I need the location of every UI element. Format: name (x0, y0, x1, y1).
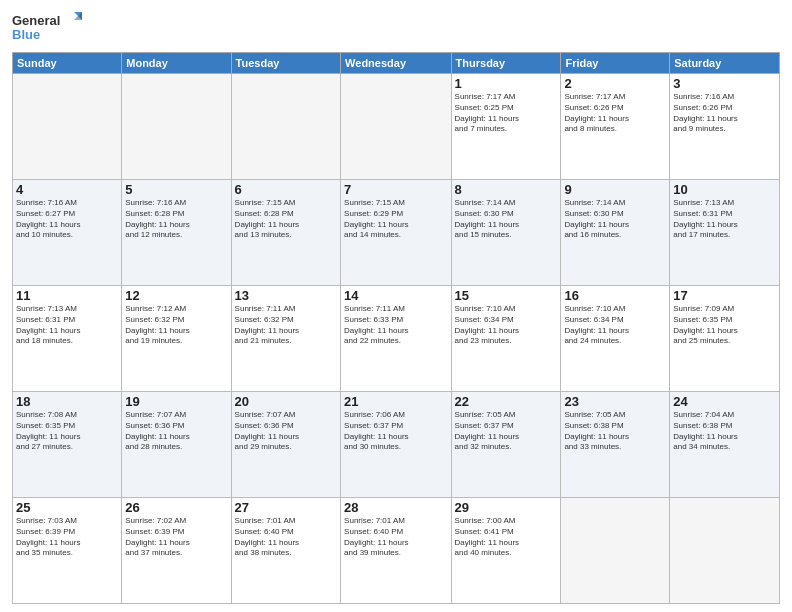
day-number: 24 (673, 394, 776, 409)
day-number: 25 (16, 500, 118, 515)
calendar-cell: 2Sunrise: 7:17 AM Sunset: 6:26 PM Daylig… (561, 74, 670, 180)
week-row-5: 25Sunrise: 7:03 AM Sunset: 6:39 PM Dayli… (13, 498, 780, 604)
day-number: 5 (125, 182, 227, 197)
day-number: 8 (455, 182, 558, 197)
day-info: Sunrise: 7:07 AM Sunset: 6:36 PM Dayligh… (235, 410, 337, 453)
calendar-cell: 29Sunrise: 7:00 AM Sunset: 6:41 PM Dayli… (451, 498, 561, 604)
calendar-cell (13, 74, 122, 180)
day-info: Sunrise: 7:05 AM Sunset: 6:38 PM Dayligh… (564, 410, 666, 453)
svg-text:Blue: Blue (12, 27, 40, 42)
day-info: Sunrise: 7:15 AM Sunset: 6:29 PM Dayligh… (344, 198, 447, 241)
calendar-table: SundayMondayTuesdayWednesdayThursdayFrid… (12, 52, 780, 604)
day-info: Sunrise: 7:16 AM Sunset: 6:26 PM Dayligh… (673, 92, 776, 135)
day-info: Sunrise: 7:13 AM Sunset: 6:31 PM Dayligh… (673, 198, 776, 241)
day-info: Sunrise: 7:11 AM Sunset: 6:32 PM Dayligh… (235, 304, 337, 347)
day-number: 10 (673, 182, 776, 197)
calendar-cell (341, 74, 451, 180)
day-info: Sunrise: 7:09 AM Sunset: 6:35 PM Dayligh… (673, 304, 776, 347)
day-number: 28 (344, 500, 447, 515)
calendar-cell: 27Sunrise: 7:01 AM Sunset: 6:40 PM Dayli… (231, 498, 340, 604)
day-info: Sunrise: 7:02 AM Sunset: 6:39 PM Dayligh… (125, 516, 227, 559)
day-number: 21 (344, 394, 447, 409)
calendar-cell: 14Sunrise: 7:11 AM Sunset: 6:33 PM Dayli… (341, 286, 451, 392)
day-number: 11 (16, 288, 118, 303)
calendar-cell: 20Sunrise: 7:07 AM Sunset: 6:36 PM Dayli… (231, 392, 340, 498)
day-info: Sunrise: 7:01 AM Sunset: 6:40 PM Dayligh… (344, 516, 447, 559)
day-number: 22 (455, 394, 558, 409)
calendar-cell: 28Sunrise: 7:01 AM Sunset: 6:40 PM Dayli… (341, 498, 451, 604)
week-row-2: 4Sunrise: 7:16 AM Sunset: 6:27 PM Daylig… (13, 180, 780, 286)
day-number: 12 (125, 288, 227, 303)
day-number: 6 (235, 182, 337, 197)
calendar-cell: 15Sunrise: 7:10 AM Sunset: 6:34 PM Dayli… (451, 286, 561, 392)
calendar-cell: 18Sunrise: 7:08 AM Sunset: 6:35 PM Dayli… (13, 392, 122, 498)
calendar-cell: 1Sunrise: 7:17 AM Sunset: 6:25 PM Daylig… (451, 74, 561, 180)
day-number: 9 (564, 182, 666, 197)
weekday-header-wednesday: Wednesday (341, 53, 451, 74)
calendar-cell: 21Sunrise: 7:06 AM Sunset: 6:37 PM Dayli… (341, 392, 451, 498)
weekday-header-sunday: Sunday (13, 53, 122, 74)
calendar-cell: 10Sunrise: 7:13 AM Sunset: 6:31 PM Dayli… (670, 180, 780, 286)
day-number: 20 (235, 394, 337, 409)
calendar-cell: 12Sunrise: 7:12 AM Sunset: 6:32 PM Dayli… (122, 286, 231, 392)
header: General Blue (12, 10, 780, 46)
day-number: 26 (125, 500, 227, 515)
day-info: Sunrise: 7:01 AM Sunset: 6:40 PM Dayligh… (235, 516, 337, 559)
svg-text:General: General (12, 13, 60, 28)
day-info: Sunrise: 7:16 AM Sunset: 6:27 PM Dayligh… (16, 198, 118, 241)
day-info: Sunrise: 7:06 AM Sunset: 6:37 PM Dayligh… (344, 410, 447, 453)
generalblue-logo-icon: General Blue (12, 10, 82, 46)
day-number: 1 (455, 76, 558, 91)
day-info: Sunrise: 7:10 AM Sunset: 6:34 PM Dayligh… (564, 304, 666, 347)
weekday-header-saturday: Saturday (670, 53, 780, 74)
day-number: 29 (455, 500, 558, 515)
weekday-header-tuesday: Tuesday (231, 53, 340, 74)
day-info: Sunrise: 7:17 AM Sunset: 6:26 PM Dayligh… (564, 92, 666, 135)
day-info: Sunrise: 7:14 AM Sunset: 6:30 PM Dayligh… (455, 198, 558, 241)
weekday-header-friday: Friday (561, 53, 670, 74)
calendar-cell (122, 74, 231, 180)
calendar-cell: 13Sunrise: 7:11 AM Sunset: 6:32 PM Dayli… (231, 286, 340, 392)
week-row-4: 18Sunrise: 7:08 AM Sunset: 6:35 PM Dayli… (13, 392, 780, 498)
day-number: 13 (235, 288, 337, 303)
day-info: Sunrise: 7:11 AM Sunset: 6:33 PM Dayligh… (344, 304, 447, 347)
day-info: Sunrise: 7:03 AM Sunset: 6:39 PM Dayligh… (16, 516, 118, 559)
day-info: Sunrise: 7:16 AM Sunset: 6:28 PM Dayligh… (125, 198, 227, 241)
weekday-header-monday: Monday (122, 53, 231, 74)
weekday-header-row: SundayMondayTuesdayWednesdayThursdayFrid… (13, 53, 780, 74)
day-number: 14 (344, 288, 447, 303)
calendar-cell (231, 74, 340, 180)
calendar-cell: 5Sunrise: 7:16 AM Sunset: 6:28 PM Daylig… (122, 180, 231, 286)
day-info: Sunrise: 7:00 AM Sunset: 6:41 PM Dayligh… (455, 516, 558, 559)
day-number: 15 (455, 288, 558, 303)
day-info: Sunrise: 7:15 AM Sunset: 6:28 PM Dayligh… (235, 198, 337, 241)
day-info: Sunrise: 7:05 AM Sunset: 6:37 PM Dayligh… (455, 410, 558, 453)
day-info: Sunrise: 7:17 AM Sunset: 6:25 PM Dayligh… (455, 92, 558, 135)
calendar-cell: 25Sunrise: 7:03 AM Sunset: 6:39 PM Dayli… (13, 498, 122, 604)
day-number: 16 (564, 288, 666, 303)
day-info: Sunrise: 7:07 AM Sunset: 6:36 PM Dayligh… (125, 410, 227, 453)
day-info: Sunrise: 7:13 AM Sunset: 6:31 PM Dayligh… (16, 304, 118, 347)
day-info: Sunrise: 7:14 AM Sunset: 6:30 PM Dayligh… (564, 198, 666, 241)
day-number: 2 (564, 76, 666, 91)
week-row-3: 11Sunrise: 7:13 AM Sunset: 6:31 PM Dayli… (13, 286, 780, 392)
calendar-cell: 6Sunrise: 7:15 AM Sunset: 6:28 PM Daylig… (231, 180, 340, 286)
calendar-cell (670, 498, 780, 604)
day-info: Sunrise: 7:10 AM Sunset: 6:34 PM Dayligh… (455, 304, 558, 347)
calendar-cell (561, 498, 670, 604)
calendar-cell: 26Sunrise: 7:02 AM Sunset: 6:39 PM Dayli… (122, 498, 231, 604)
day-number: 19 (125, 394, 227, 409)
calendar-cell: 23Sunrise: 7:05 AM Sunset: 6:38 PM Dayli… (561, 392, 670, 498)
day-number: 4 (16, 182, 118, 197)
calendar-cell: 17Sunrise: 7:09 AM Sunset: 6:35 PM Dayli… (670, 286, 780, 392)
day-number: 27 (235, 500, 337, 515)
calendar-cell: 3Sunrise: 7:16 AM Sunset: 6:26 PM Daylig… (670, 74, 780, 180)
day-number: 23 (564, 394, 666, 409)
calendar-cell: 9Sunrise: 7:14 AM Sunset: 6:30 PM Daylig… (561, 180, 670, 286)
day-info: Sunrise: 7:08 AM Sunset: 6:35 PM Dayligh… (16, 410, 118, 453)
calendar-cell: 19Sunrise: 7:07 AM Sunset: 6:36 PM Dayli… (122, 392, 231, 498)
calendar-cell: 11Sunrise: 7:13 AM Sunset: 6:31 PM Dayli… (13, 286, 122, 392)
day-number: 3 (673, 76, 776, 91)
day-number: 7 (344, 182, 447, 197)
page: General Blue SundayMondayTuesdayWednesda… (0, 0, 792, 612)
